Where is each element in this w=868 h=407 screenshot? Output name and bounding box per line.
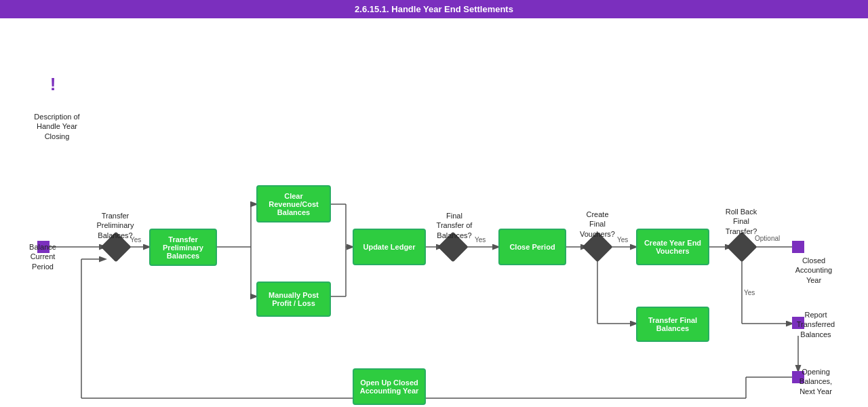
svg-rect-22 — [792, 241, 804, 253]
description-icon: ! — [46, 74, 60, 95]
title-bar: 2.6.15.1. Handle Year End Settlements — [0, 0, 868, 18]
opening-balances-next-year-label: OpeningBalances,Next Year — [785, 367, 846, 396]
closed-accounting-year-label: ClosedAccountingYear — [787, 256, 841, 285]
create-final-vouchers-label: CreateFinalVouchers? — [572, 210, 623, 239]
manually-post-profit-loss-box[interactable]: Manually Post Profit / Loss — [256, 282, 331, 317]
transfer-prelim-balances-box[interactable]: Transfer Preliminary Balances — [149, 229, 217, 266]
diamond-roll-back — [726, 231, 757, 262]
description-label: Description of Handle Year Closing — [30, 112, 84, 141]
title-text: 2.6.15.1. Handle Year End Settlements — [355, 4, 513, 14]
transfer-final-balances-box[interactable]: Transfer Final Balances — [636, 307, 709, 342]
roll-back-label: Roll BackFinalTransfer? — [715, 207, 767, 236]
report-transferred-balances-label: ReportTransferredBalances — [785, 310, 846, 339]
update-ledger-box[interactable]: Update Ledger — [353, 229, 426, 265]
clear-revenue-cost-balances-box[interactable]: Clear Revenue/Cost Balances — [256, 185, 331, 222]
balance-current-period-label: BalanceCurrentPeriod — [19, 242, 66, 271]
canvas: Optional Yes Yes Yes Yes ! Description — [0, 18, 868, 404]
transfer-prelim-question-label: TransferPreliminaryBalances? — [88, 211, 142, 240]
create-year-end-vouchers-box[interactable]: Create Year End Vouchers — [636, 229, 709, 265]
close-period-box[interactable]: Close Period — [498, 229, 566, 265]
open-up-closed-accounting-year-box[interactable]: Open Up Closed Accounting Year — [353, 368, 426, 405]
final-transfer-question-label: FinalTransfer ofBalances? — [427, 211, 481, 240]
svg-text:Yes: Yes — [744, 289, 755, 296]
